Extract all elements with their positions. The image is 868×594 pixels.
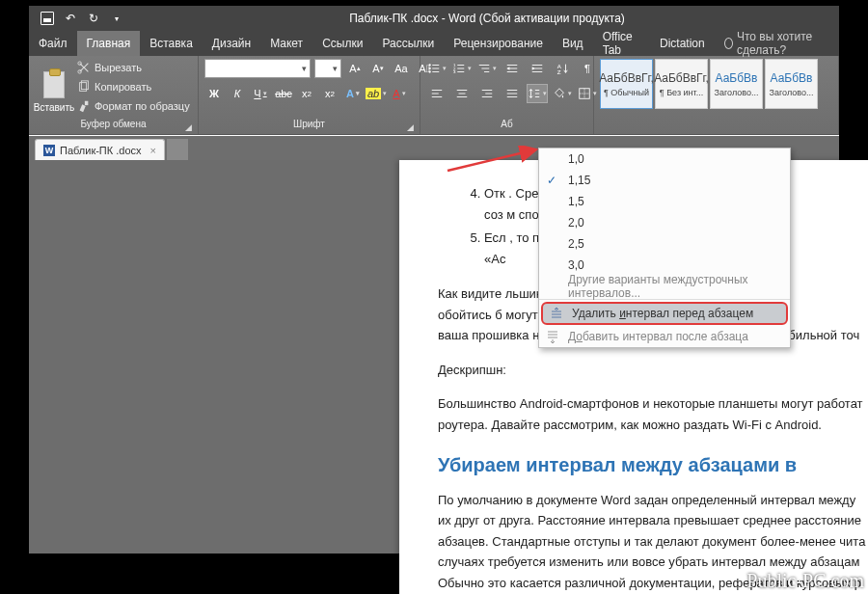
document-tab[interactable]: W Паблик-ПК .docx × [35,139,165,160]
quick-access-toolbar: ↶ ↻ ▾ [29,12,135,25]
ribbon: Вставить Вырезать Копировать Формат по о… [29,56,839,135]
cut-button[interactable]: Вырезать [77,59,190,76]
group-label-font: Шрифт [293,119,325,129]
font-size-combo[interactable] [314,59,341,78]
paragraph: Дескрипшн: [438,360,868,380]
style-heading1[interactable]: АаБбВвЗаголово... [710,59,763,109]
redo-icon[interactable]: ↻ [87,12,100,25]
ls-option-1-5[interactable]: 1,5 [539,191,790,212]
heading: Убираем интервал между абзацами в [438,454,868,476]
group-font: A▴ A▾ Aa A⃠ Ж К Ч abc x2 x2 A ab A Шрифт [199,56,420,134]
title-bar: ↶ ↻ ▾ Паблик-ПК .docx - Word (Сбой актив… [29,6,839,31]
line-spacing-menu: 1,0 ✓1,15 1,5 2,0 2,5 3,0 Другие вариант… [538,148,791,348]
numbering-button[interactable]: 123 [451,59,473,78]
svg-rect-4 [85,101,89,105]
text-effects-button[interactable]: A [343,84,363,103]
window-title: Паблик-ПК .docx - Word (Сбой активации п… [135,12,839,25]
ls-remove-before[interactable]: Удалить интервал перед абзацем [541,302,788,325]
strikethrough-button[interactable]: abc [274,84,293,103]
sort-button[interactable]: AZ [552,59,573,78]
paste-label: Вставить [34,102,74,113]
bold-button[interactable]: Ж [204,84,224,103]
tab-file[interactable]: Файл [29,31,77,56]
tab-insert[interactable]: Вставка [140,31,203,56]
group-clipboard: Вставить Вырезать Копировать Формат по о… [29,56,199,134]
add-space-after-icon [545,329,560,344]
lightbulb-icon [724,38,733,49]
document-tab-name: Паблик-ПК .docx [60,145,142,156]
font-color-button[interactable]: A [390,84,409,103]
svg-text:Z: Z [557,68,561,75]
copy-icon [77,80,91,94]
scissors-icon [77,61,91,74]
undo-icon[interactable]: ↶ [64,12,77,25]
tab-layout[interactable]: Макет [260,31,312,56]
tab-dictation[interactable]: Dictation [650,31,715,56]
close-tab-icon[interactable]: × [150,145,156,156]
group-styles: АаБбВвГг,¶ Обычный АаБбВвГг,¶ Без инт...… [594,56,839,134]
group-label-paragraph: Аб [501,119,512,129]
align-right-button[interactable] [476,84,498,103]
bullets-button[interactable] [426,59,448,78]
checkmark-icon: ✓ [547,174,556,187]
ls-option-1[interactable]: 1,0 [539,148,790,170]
grow-font-button[interactable]: A▴ [345,59,365,78]
decrease-indent-button[interactable] [502,59,523,78]
paintbrush-icon [77,99,91,113]
increase-indent-button[interactable] [527,59,548,78]
tab-design[interactable]: Дизайн [203,31,260,56]
underline-button[interactable]: Ч [251,84,270,103]
line-spacing-button[interactable] [527,84,548,103]
ribbon-tab-strip: Файл Главная Вставка Дизайн Макет Ссылки… [29,31,839,56]
font-name-combo[interactable] [204,59,311,78]
tab-home[interactable]: Главная [77,31,141,56]
font-dialog-launcher-icon[interactable]: ◢ [407,122,414,132]
highlight-button[interactable]: ab [366,84,386,103]
superscript-button[interactable]: x2 [320,84,339,103]
multilevel-list-button[interactable] [476,59,498,78]
copy-button[interactable]: Копировать [77,78,190,95]
tab-view[interactable]: Вид [553,31,593,56]
qat-dropdown-icon[interactable]: ▾ [110,12,123,25]
justify-button[interactable] [502,84,523,103]
add-tab-button[interactable] [167,139,188,160]
svg-point-7 [428,70,430,72]
style-heading2[interactable]: АаБбВвЗаголово... [765,59,818,109]
clipboard-icon [43,71,65,98]
format-painter-label: Формат по образцу [95,100,190,112]
italic-button[interactable]: К [228,84,247,103]
style-normal[interactable]: АаБбВвГг,¶ Обычный [600,59,653,109]
align-center-button[interactable] [451,84,473,103]
tab-mailings[interactable]: Рассылки [372,31,444,56]
ls-option-2[interactable]: 2,0 [539,212,790,233]
paragraph: Большинство Android-смартфонов и некотор… [438,393,868,435]
tab-review[interactable]: Рецензирование [444,31,553,56]
copy-label: Копировать [95,81,151,93]
svg-point-5 [428,64,430,66]
ls-option-more[interactable]: Другие варианты междустрочных интервалов… [539,276,790,297]
shrink-font-button[interactable]: A▾ [368,59,388,78]
ls-option-2-5[interactable]: 2,5 [539,233,790,255]
format-painter-button[interactable]: Формат по образцу [77,97,190,115]
style-no-spacing[interactable]: АаБбВвГг,¶ Без инт... [655,59,708,109]
remove-space-before-icon [549,306,564,321]
shading-button[interactable] [552,84,573,103]
subscript-button[interactable]: x2 [297,84,316,103]
change-case-button[interactable]: Aa [392,59,411,78]
svg-point-6 [428,68,430,69]
align-left-button[interactable] [426,84,448,103]
ls-add-after[interactable]: Добавить интервал после абзаца [539,326,790,347]
word-doc-icon: W [43,145,55,156]
svg-text:3: 3 [453,69,456,74]
paste-button[interactable]: Вставить [35,59,73,113]
clipboard-dialog-launcher-icon[interactable]: ◢ [185,122,192,132]
tab-officetab[interactable]: Office Tab [593,31,650,56]
tab-references[interactable]: Ссылки [312,31,372,56]
save-icon[interactable] [41,12,54,25]
ls-option-1-15[interactable]: ✓1,15 [539,170,790,191]
cut-label: Вырезать [95,62,142,73]
group-label-clipboard: Буфер обмена [81,119,147,129]
tell-me-placeholder: Что вы хотите сделать? [737,30,829,57]
tell-me-search[interactable]: Что вы хотите сделать? [715,31,839,56]
word-window: ↶ ↻ ▾ Паблик-ПК .docx - Word (Сбой актив… [29,6,839,554]
